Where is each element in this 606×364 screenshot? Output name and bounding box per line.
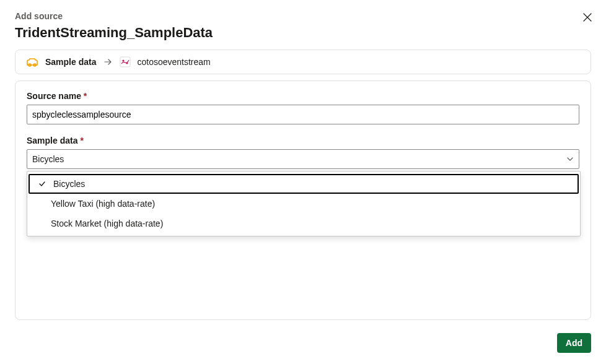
dialog-title: TridentStreaming_SampleData — [15, 25, 591, 41]
chevron-down-icon — [566, 155, 574, 163]
breadcrumb-source-label: Sample data — [45, 57, 96, 67]
dropdown-option-label: Yellow Taxi (high data-rate) — [51, 199, 155, 209]
sample-data-icon — [25, 56, 39, 67]
eventstream-icon — [120, 56, 131, 67]
svg-point-3 — [123, 59, 125, 61]
check-icon — [35, 219, 45, 228]
dropdown-option-stock-market[interactable]: Stock Market (high data-rate) — [27, 214, 580, 233]
dropdown-option-bicycles[interactable]: Bicycles — [29, 174, 579, 194]
sample-data-label: Sample data * — [27, 136, 579, 145]
breadcrumb-target-label: cotosoeventstream — [137, 57, 210, 67]
close-icon — [583, 13, 592, 22]
check-icon — [35, 199, 45, 209]
sample-data-select[interactable]: Bicycles — [27, 149, 579, 169]
sample-data-dropdown: Bicycles Yellow Taxi (high data-rate) St… — [27, 171, 581, 236]
arrow-right-icon — [103, 58, 112, 66]
dropdown-option-label: Stock Market (high data-rate) — [51, 219, 163, 228]
dropdown-option-label: Bicycles — [53, 179, 85, 189]
source-name-label: Source name * — [27, 91, 579, 101]
dialog-footer: Add — [557, 333, 591, 353]
breadcrumb-source: Sample data — [25, 56, 96, 67]
form-card: Source name * Sample data * Bicycles Bic… — [15, 80, 591, 320]
source-name-input[interactable] — [27, 105, 579, 124]
svg-rect-2 — [120, 57, 130, 67]
breadcrumb-card: Sample data cotosoeventstream — [15, 50, 591, 74]
check-icon — [37, 179, 47, 189]
close-button[interactable] — [581, 11, 594, 24]
sample-data-selected-value: Bicycles — [32, 154, 64, 164]
breadcrumb-target: cotosoeventstream — [120, 56, 210, 67]
add-button[interactable]: Add — [557, 333, 591, 353]
dialog-subtitle: Add source — [15, 11, 591, 21]
dropdown-option-yellow-taxi[interactable]: Yellow Taxi (high data-rate) — [27, 194, 580, 214]
dialog-container: Add source TridentStreaming_SampleData S… — [0, 0, 606, 364]
